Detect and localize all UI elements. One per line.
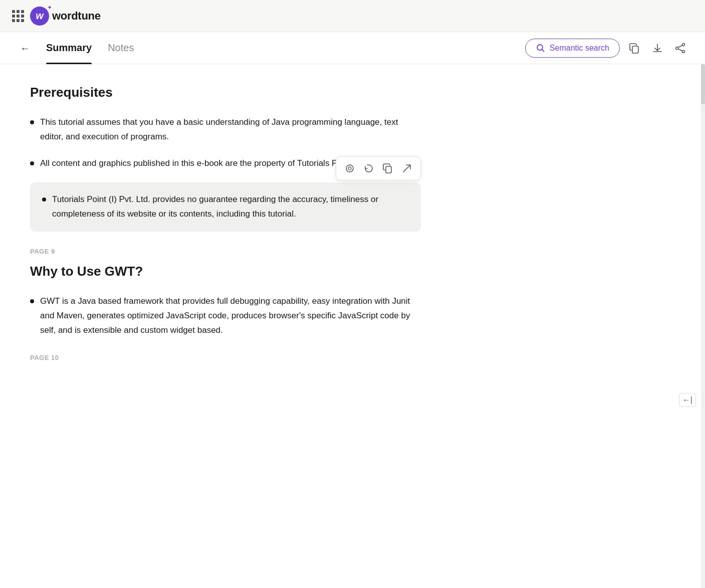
scrollbar-track[interactable] (701, 64, 705, 588)
panel-collapse-button[interactable]: ←| (679, 393, 696, 407)
svg-point-4 (682, 50, 685, 53)
float-copy-button[interactable] (379, 160, 396, 177)
list-item-highlighted: Tutorials Point (I) Pvt. Ltd. provides n… (30, 182, 421, 232)
svg-line-6 (678, 45, 682, 48)
float-record-button[interactable] (341, 160, 358, 177)
section1-heading: Prerequisites (30, 84, 421, 101)
page-wrapper: ← Summary Notes Semantic search (0, 32, 705, 588)
bullet-text: GWT is a Java based framework that provi… (40, 294, 421, 338)
bullet-dot (30, 120, 34, 124)
scrollbar-thumb[interactable] (701, 64, 705, 104)
logo-text: wordtune (52, 10, 101, 23)
float-toolbar (336, 156, 421, 180)
bullet-text: Tutorials Point (I) Pvt. Ltd. provides n… (52, 192, 409, 222)
share-button[interactable] (672, 40, 689, 57)
tab-notes[interactable]: Notes (100, 32, 142, 64)
semantic-search-icon (536, 43, 546, 53)
bullet-list-section1: This tutorial assumes that you have a ba… (30, 115, 421, 232)
bullet-text: This tutorial assumes that you have a ba… (40, 115, 421, 144)
tab-summary[interactable]: Summary (38, 32, 100, 64)
doc-content: Prerequisites This tutorial assumes that… (0, 64, 451, 400)
svg-rect-10 (386, 166, 391, 173)
svg-point-5 (676, 47, 678, 49)
semantic-search-button[interactable]: Semantic search (525, 39, 620, 58)
tabs-row: ← Summary Notes Semantic search (0, 32, 705, 64)
bullet-list-section2: GWT is a Java based framework that provi… (30, 294, 421, 338)
content-area: ← Summary Notes Semantic search (0, 32, 705, 588)
svg-point-8 (346, 165, 353, 172)
svg-point-9 (348, 167, 351, 170)
svg-point-3 (682, 43, 685, 46)
page9-label: PAGE 9 (30, 248, 421, 255)
float-external-button[interactable] (398, 160, 415, 177)
logo-star-icon: ✦ (47, 4, 52, 11)
section2-heading: Why to Use GWT? (30, 263, 421, 280)
topbar: ✦ wordtune (0, 0, 705, 32)
bullet-dot (30, 299, 34, 303)
logo[interactable]: ✦ wordtune (30, 7, 101, 26)
bullet-dot (30, 161, 34, 165)
apps-grid-icon[interactable] (12, 10, 24, 22)
topbar-left: ✦ wordtune (12, 7, 101, 26)
list-item: This tutorial assumes that you have a ba… (30, 115, 421, 144)
list-item: GWT is a Java based framework that provi… (30, 294, 421, 338)
back-button[interactable]: ← (16, 39, 34, 57)
page10-label: PAGE 10 (30, 354, 421, 361)
download-button[interactable] (649, 40, 666, 57)
float-refresh-button[interactable] (360, 160, 377, 177)
logo-icon (30, 7, 49, 26)
tabs-toolbar: Semantic search (525, 39, 689, 58)
svg-line-7 (678, 49, 682, 51)
bullet-dot (42, 198, 46, 202)
copy-button[interactable] (626, 40, 643, 57)
svg-line-1 (542, 49, 544, 51)
semantic-search-label: Semantic search (550, 44, 609, 53)
svg-rect-2 (632, 46, 638, 53)
